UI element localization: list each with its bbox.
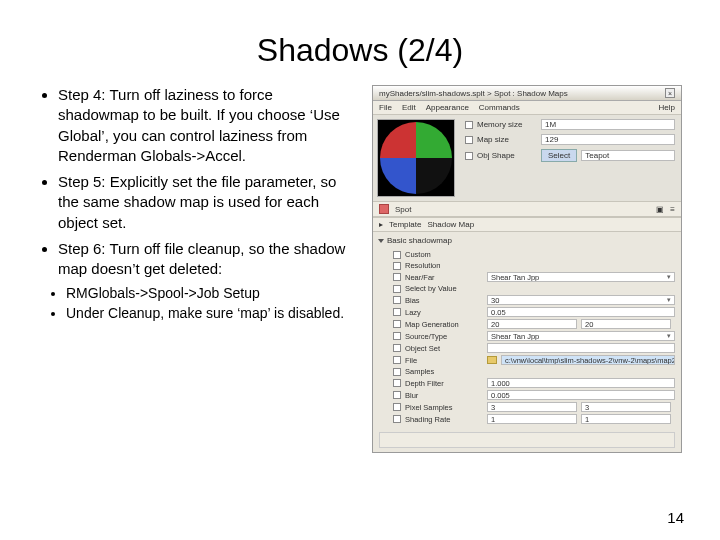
folder-icon[interactable] — [487, 356, 497, 364]
close-button[interactable]: × — [665, 88, 675, 98]
bullet-step4: Step 4: Turn off laziness to force shado… — [58, 85, 356, 166]
field-label: Pixel Samples — [405, 403, 483, 412]
tab-name[interactable]: Spot — [395, 205, 411, 214]
template-icon: ▸ — [379, 220, 383, 229]
form-row: Filec:\vnw\local\tmp\slim-shadows-2\vnw-… — [393, 355, 675, 365]
slide-title: Shadows (2/4) — [36, 32, 684, 69]
tab-bar: Spot ▣ ≡ — [373, 201, 681, 217]
appearance-icon[interactable] — [379, 204, 389, 214]
window-title: myShaders/slim-shadows.splt > Spot : Sha… — [379, 89, 568, 98]
form-rows: CustomResolutionNear/FarShear Tan JppSel… — [379, 248, 675, 428]
checkbox-icon[interactable] — [393, 356, 401, 364]
checkbox-icon[interactable] — [393, 296, 401, 304]
preview-swatch[interactable] — [377, 119, 455, 197]
field-label: Source/Type — [405, 332, 483, 341]
form-row: Object Set — [393, 343, 675, 353]
field-label: Map Generation — [405, 320, 483, 329]
tab-shadowmap[interactable]: Shadow Map — [427, 220, 474, 229]
dropdown-field[interactable]: 30 — [487, 295, 675, 305]
prop-field[interactable]: 129 — [541, 134, 675, 145]
accordion-header[interactable]: Basic shadowmap — [379, 236, 675, 245]
main-bullets: Step 4: Turn off laziness to force shado… — [36, 85, 356, 279]
checkbox-icon[interactable] — [393, 403, 401, 411]
prop-field[interactable]: 1M — [541, 119, 675, 130]
form-row: Near/FarShear Tan Jpp — [393, 272, 675, 282]
checkbox-icon[interactable] — [393, 415, 401, 423]
menu-edit[interactable]: Edit — [402, 103, 416, 112]
field-input[interactable]: 1 — [581, 414, 671, 424]
checkbox-icon[interactable] — [393, 320, 401, 328]
field-input[interactable]: 3 — [581, 402, 671, 412]
slide: Shadows (2/4) Step 4: Turn off laziness … — [0, 0, 720, 540]
screenshot-column: myShaders/slim-shadows.splt > Spot : Sha… — [372, 85, 682, 453]
field-label: Custom — [405, 250, 483, 259]
form-row: Pixel Samples33 — [393, 402, 675, 412]
field-label: Near/Far — [405, 273, 483, 282]
form-row: Blur0.005 — [393, 390, 675, 400]
text-column: Step 4: Turn off laziness to force shado… — [36, 85, 356, 453]
dropdown-field[interactable]: Shear Tan Jpp — [487, 331, 675, 341]
prop-label: Map size — [477, 135, 537, 144]
menu-commands[interactable]: Commands — [479, 103, 520, 112]
select-button[interactable]: Select — [541, 149, 577, 162]
sub-bullet-cleanup: Under Cleanup, make sure ‘map’ is disabl… — [66, 305, 356, 321]
preview-section: Memory size 1M Map size 129 Obj Shape Se… — [373, 115, 681, 201]
checkbox-icon[interactable] — [393, 379, 401, 387]
field-input[interactable] — [487, 343, 675, 353]
page-number: 14 — [667, 509, 684, 526]
field-input[interactable]: 0.005 — [487, 390, 675, 400]
checkbox-icon[interactable] — [393, 344, 401, 352]
checkbox-icon[interactable] — [393, 285, 401, 293]
checkbox-icon[interactable] — [393, 391, 401, 399]
field-input[interactable]: 20 — [487, 319, 577, 329]
menu-file[interactable]: File — [379, 103, 392, 112]
field-label: Bias — [405, 296, 483, 305]
field-label: Lazy — [405, 308, 483, 317]
attribute-editor-window: myShaders/slim-shadows.splt > Spot : Sha… — [372, 85, 682, 453]
checkbox-icon[interactable] — [393, 262, 401, 270]
form-row: Bias30 — [393, 295, 675, 305]
view-icon[interactable]: ≡ — [670, 205, 675, 214]
field-input[interactable]: 1.000 — [487, 378, 675, 388]
notes-area[interactable] — [379, 432, 675, 448]
view-icon[interactable]: ▣ — [656, 205, 664, 214]
menu-bar: File Edit Appearance Commands Help — [373, 101, 681, 115]
prop-row: Obj Shape Select Teapot — [465, 149, 675, 162]
preview-quadrant — [380, 158, 416, 194]
field-input[interactable]: 20 — [581, 319, 671, 329]
checkbox-icon[interactable] — [393, 332, 401, 340]
dropdown-field[interactable]: Shear Tan Jpp — [487, 272, 675, 282]
menu-appearance[interactable]: Appearance — [426, 103, 469, 112]
bullet-step5: Step 5: Explicitly set the file paramete… — [58, 172, 356, 233]
field-label: File — [405, 356, 483, 365]
checkbox-icon[interactable] — [465, 121, 473, 129]
checkbox-icon[interactable] — [393, 273, 401, 281]
tab-template[interactable]: Template — [389, 220, 421, 229]
menu-help[interactable]: Help — [659, 103, 675, 112]
field-input[interactable]: 0.05 — [487, 307, 675, 317]
disclosure-triangle-icon — [378, 239, 384, 243]
form-row: Map Generation2020 — [393, 319, 675, 329]
preview-quadrant — [416, 122, 452, 158]
field-label: Resolution — [405, 261, 483, 270]
form-row: Samples — [393, 367, 675, 376]
accordion-title: Basic shadowmap — [387, 236, 452, 245]
checkbox-icon[interactable] — [465, 136, 473, 144]
prop-row: Map size 129 — [465, 134, 675, 145]
checkbox-icon[interactable] — [465, 152, 473, 160]
tab-bar-secondary: ▸ Template Shadow Map — [373, 217, 681, 232]
checkbox-icon[interactable] — [393, 251, 401, 259]
prop-field[interactable]: Teapot — [581, 150, 675, 161]
form-row: Source/TypeShear Tan Jpp — [393, 331, 675, 341]
accordion-section: Basic shadowmap CustomResolutionNear/Far… — [373, 232, 681, 452]
file-path-field[interactable]: c:\vnw\local\tmp\slim-shadows-2\vnw-2\ma… — [501, 355, 675, 365]
field-input[interactable]: 1 — [487, 414, 577, 424]
checkbox-icon[interactable] — [393, 368, 401, 376]
bullet-step6: Step 6: Turn off file cleanup, so the sh… — [58, 239, 356, 280]
checkbox-icon[interactable] — [393, 308, 401, 316]
form-row: Shading Rate11 — [393, 414, 675, 424]
sub-bullets: RMGlobals->Spool->Job Setup Under Cleanu… — [36, 285, 356, 321]
content-columns: Step 4: Turn off laziness to force shado… — [36, 85, 684, 453]
field-input[interactable]: 3 — [487, 402, 577, 412]
form-row: Lazy0.05 — [393, 307, 675, 317]
